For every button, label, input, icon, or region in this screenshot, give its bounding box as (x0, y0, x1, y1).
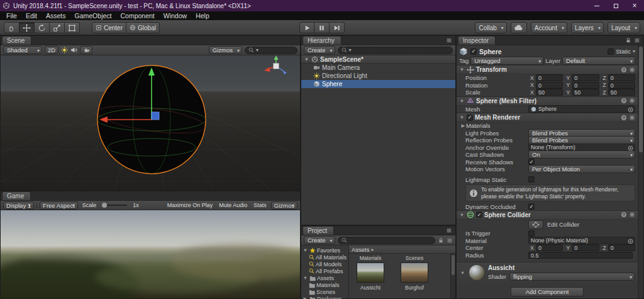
aspect-dropdown[interactable]: Free Aspect (40, 201, 78, 210)
display-dropdown[interactable]: Display 1 (3, 201, 34, 210)
hierarchy-scene-row[interactable]: ▼ SampleScene* (301, 55, 455, 64)
center-z-field[interactable]: 0 (608, 244, 635, 251)
hierarchy-item-main-camera[interactable]: Main Camera (301, 64, 455, 72)
layout-dropdown[interactable]: Layout (608, 22, 640, 33)
menu-file[interactable]: File (2, 12, 21, 20)
sphere-collider-component-header[interactable]: ▼ Sphere Collider (457, 210, 638, 220)
asset-thumbnail-aussicht[interactable] (357, 262, 384, 283)
scrollbar-thumb[interactable] (452, 255, 455, 275)
hierarchy-tab[interactable]: Hierarchy (303, 36, 341, 45)
motion-vectors-dropdown[interactable]: Per Object Motion (528, 165, 635, 173)
foldout-icon[interactable]: ▼ (459, 67, 465, 72)
menu-edit[interactable]: Edit (21, 12, 42, 20)
maximize-button[interactable] (606, 0, 625, 11)
scene-search-input[interactable]: ▾ (245, 47, 297, 54)
inspector-scrollbar[interactable] (638, 45, 643, 298)
static-dropdown-arrow-icon[interactable]: ▾ (633, 48, 635, 54)
mesh-filter-component-header[interactable]: ▼ Sphere (Mesh Filter) (457, 96, 638, 106)
mesh-renderer-component-header[interactable]: ▼ Mesh Renderer (457, 113, 638, 122)
scene-gizmos-dropdown[interactable]: Gizmos (209, 46, 242, 54)
gear-icon[interactable] (629, 98, 635, 104)
cloud-button[interactable] (511, 22, 527, 33)
project-folder-scenes[interactable]: Scenes (301, 288, 348, 295)
rotation-x-field[interactable]: 0 (536, 82, 563, 89)
transform-component-header[interactable]: ▼ Transform (457, 65, 638, 74)
stats-toggle[interactable]: Stats (252, 202, 269, 208)
project-breadcrumb[interactable]: Assets ▸ (349, 245, 455, 254)
lock-icon[interactable] (438, 237, 444, 244)
is-trigger-checkbox[interactable] (528, 230, 535, 237)
rotation-z-field[interactable]: 0 (608, 82, 635, 89)
game-gizmos-dropdown[interactable]: Gizmos (271, 201, 297, 210)
scale-x-field[interactable]: 50 (536, 89, 563, 96)
effects-dropdown[interactable] (80, 46, 92, 54)
foldout-icon[interactable]: ▼ (304, 57, 309, 62)
project-fav-all-models[interactable]: All Models (301, 261, 348, 268)
game-tab[interactable]: Game (2, 191, 31, 200)
close-button[interactable]: × (625, 0, 644, 11)
foldout-icon[interactable]: ▼ (459, 212, 465, 218)
gear-icon[interactable] (629, 67, 635, 73)
rotate-tool-button[interactable] (35, 22, 50, 33)
rect-tool-button[interactable] (65, 22, 80, 33)
scale-slider[interactable] (102, 205, 127, 206)
maximize-on-play-toggle[interactable]: Maximize On Play (165, 202, 215, 208)
menu-icon[interactable] (446, 37, 452, 43)
add-component-button[interactable]: Add Component (511, 287, 584, 296)
project-scrollbar[interactable] (450, 254, 455, 298)
step-button[interactable] (330, 22, 345, 33)
lightmap-static-checkbox[interactable] (528, 176, 535, 183)
grid-item-aussicht[interactable]: Aussicht (353, 285, 388, 291)
menu-help[interactable]: Help (191, 12, 214, 20)
project-folder-materials[interactable]: Materials (301, 281, 348, 288)
receive-shadows-checkbox[interactable] (528, 159, 535, 165)
shading-mode-dropdown[interactable]: Shaded (3, 46, 42, 54)
cast-shadows-dropdown[interactable]: On (528, 150, 635, 159)
inspector-tab[interactable]: Inspector (458, 36, 496, 45)
foldout-icon[interactable]: ▶ (460, 123, 466, 128)
asset-thumbnail-burghof[interactable] (401, 262, 428, 283)
foldout-icon[interactable]: ▼ (303, 247, 308, 253)
hierarchy-search-input[interactable]: ▾ (338, 47, 453, 54)
project-favorites-row[interactable]: ▼ Favorites (301, 247, 348, 254)
foldout-icon[interactable]: ▼ (303, 275, 308, 281)
layer-dropdown[interactable]: Default (562, 57, 635, 65)
scale-slider-knob[interactable] (102, 203, 107, 208)
gear-icon[interactable] (629, 115, 635, 121)
menu-gameobject[interactable]: GameObject (70, 12, 116, 20)
foldout-icon[interactable]: ▼ (459, 115, 465, 120)
static-checkbox[interactable] (608, 48, 614, 55)
menu-component[interactable]: Component (116, 12, 158, 20)
project-packages-row[interactable]: ▶ Packages (301, 295, 348, 299)
collab-dropdown[interactable]: Collab (475, 22, 506, 33)
object-picker-icon[interactable] (628, 239, 633, 244)
hierarchy-item-directional-light[interactable]: Directional Light (301, 72, 455, 80)
project-create-dropdown[interactable]: Create (304, 236, 335, 244)
scrollbar-thumb[interactable] (639, 47, 643, 152)
material-preview-header[interactable]: ▼ Aussicht Shader flipping (457, 262, 638, 283)
help-icon[interactable] (621, 115, 627, 121)
pivot-toggle-button[interactable]: Center (92, 22, 126, 33)
scale-z-field[interactable]: 50 (608, 89, 635, 96)
foldout-icon[interactable]: ▼ (459, 98, 465, 104)
menu-icon[interactable] (634, 37, 640, 43)
layers-dropdown[interactable]: Layers (571, 22, 604, 33)
grid-item-burghof[interactable]: Burghof (397, 285, 432, 291)
mesh-renderer-enabled-checkbox[interactable] (467, 115, 473, 121)
shader-dropdown[interactable]: flipping (509, 273, 635, 281)
mesh-object-field[interactable]: Sphere (528, 105, 635, 113)
position-z-field[interactable]: 0 (608, 74, 635, 81)
rotation-y-field[interactable]: 0 (572, 82, 599, 89)
minimize-button[interactable] (587, 0, 606, 11)
hierarchy-create-dropdown[interactable]: Create (304, 46, 335, 54)
project-fav-all-prefabs[interactable]: All Prefabs (301, 268, 348, 274)
object-picker-icon[interactable] (628, 107, 633, 113)
project-search-input[interactable] (338, 237, 435, 244)
active-checkbox[interactable] (470, 48, 477, 55)
edit-collider-button[interactable] (528, 220, 543, 229)
project-tab[interactable]: Project (303, 226, 334, 235)
scene-audio-toggle-icon[interactable] (70, 47, 77, 54)
grid-item-scenes[interactable]: Scenes (397, 255, 432, 261)
scene-tab[interactable]: Scene (2, 36, 31, 45)
center-y-field[interactable]: 0 (572, 244, 599, 251)
